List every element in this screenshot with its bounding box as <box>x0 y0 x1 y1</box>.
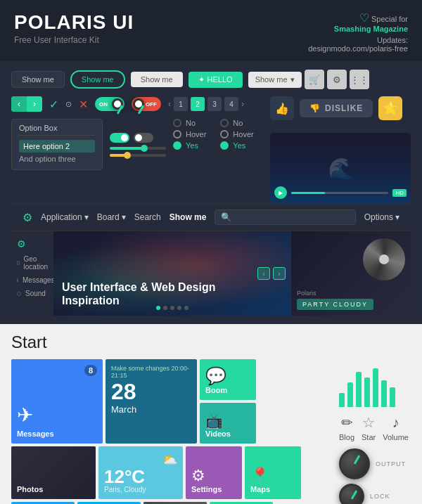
tile-videos[interactable]: 📺 Videos <box>200 403 256 444</box>
volume-label: Volume <box>383 433 409 441</box>
nav-showme[interactable]: Show me <box>170 212 207 222</box>
output-knob[interactable] <box>339 448 370 479</box>
slider-1-handle[interactable] <box>141 145 148 152</box>
toggle-on[interactable]: ON <box>95 97 124 111</box>
calendar-sub: Make some changes 20:00-21:15 <box>111 365 191 379</box>
star-button[interactable]: ⭐ <box>378 96 402 120</box>
tiles-container: 8 ✈ Messages Make some changes 20:00-21:… <box>11 359 328 504</box>
radio2-circle-yes[interactable] <box>220 141 229 150</box>
hero-prev-arrow[interactable]: ‹ <box>257 267 270 280</box>
search-icon: 🔍 <box>221 212 231 222</box>
updates-url: designmodo.com/polaris-free <box>308 44 408 53</box>
slider-1-track[interactable] <box>110 147 166 150</box>
next-arrow[interactable]: › <box>27 96 42 112</box>
radio-circle-yes[interactable] <box>173 141 181 150</box>
lock-knob[interactable] <box>339 484 364 504</box>
start-content: 8 ✈ Messages Make some changes 20:00-21:… <box>11 359 411 504</box>
tile-boom[interactable]: 💬 Boom <box>200 359 256 400</box>
hero-text: User Interface & Web Design Inspiration <box>62 280 215 307</box>
show-me-button-light[interactable]: Show me <box>131 72 183 87</box>
page-1[interactable]: 1 <box>174 97 188 111</box>
radio-yes-2: Yes <box>220 141 253 150</box>
radio-no-label: No <box>186 119 196 127</box>
hello-button[interactable]: ✦ HELLO <box>188 72 243 88</box>
boom-videos-col: 💬 Boom 📺 Videos <box>200 359 256 444</box>
photos-label: Photos <box>17 485 90 493</box>
tile-messages[interactable]: 8 ✈ Messages <box>11 359 103 444</box>
hero-next-arrow[interactable]: › <box>273 267 286 280</box>
radio2-no-label: No <box>233 119 243 127</box>
start-section: Start 8 ✈ Messages Make some changes 20:… <box>0 324 422 504</box>
pagination: ‹ 1 2 3 4 › <box>168 97 244 111</box>
page-2[interactable]: 2 <box>191 97 205 111</box>
tile-photos[interactable]: Photos <box>11 446 96 499</box>
tile-weather[interactable]: 12°C Paris, Cloudy ⛅ <box>98 446 183 499</box>
output-label: OUTPUT <box>376 460 406 467</box>
dislike-button[interactable]: 👎 DISLIKE <box>300 99 373 117</box>
tile-maps[interactable]: 📍 Maps <box>245 446 301 499</box>
volume-icon-panel[interactable]: ♪ Volume <box>383 415 409 441</box>
radio-circle-no[interactable] <box>173 119 181 127</box>
blog-icon-panel[interactable]: ✏ Blog <box>339 414 354 441</box>
show-me-select[interactable]: Show me ▾ <box>248 72 302 88</box>
grid-icon-button[interactable]: ⋮⋮ <box>350 70 369 89</box>
nav-search[interactable]: Search <box>134 212 161 222</box>
knob-section: OUTPUT LOCK REVERB <box>339 448 411 504</box>
star-icon-panel[interactable]: ☆ Star <box>362 414 376 441</box>
dislike-icon: 👎 <box>309 103 321 113</box>
page-3[interactable]: 3 <box>207 97 222 111</box>
slider-2-track[interactable] <box>110 154 166 157</box>
hero-main: User Interface & Web Design Inspiration … <box>53 231 291 316</box>
show-me-button-teal[interactable]: Show me <box>70 70 125 89</box>
nav-options[interactable]: Options ▾ <box>364 212 399 222</box>
app-title: POLARIS UI <box>14 11 134 34</box>
hero-gear-icon[interactable]: ⚙ <box>17 238 48 250</box>
nav-gear-icon[interactable]: ⚙ <box>23 211 32 224</box>
messages-item[interactable]: Messages <box>17 276 48 284</box>
small-toggle-1[interactable] <box>110 133 129 143</box>
button-row: Show me Show me Show me ✦ HELLO Show me … <box>11 70 411 89</box>
nav-bar: ⚙ Application ▾ Board ▾ Search Show me 🔍… <box>11 203 411 231</box>
dropdown-box[interactable]: Option Box Here option 2 And option thre… <box>11 119 103 170</box>
boom-icon: 💬 <box>205 366 250 386</box>
tile-calendar[interactable]: Make some changes 20:00-21:15 28 March <box>106 359 197 444</box>
tile-settings[interactable]: ⚙ Settings <box>186 446 242 499</box>
blog-label: Blog <box>339 433 354 441</box>
toggle-on-knob <box>112 98 123 110</box>
dropdown-item-2[interactable]: And option three <box>19 153 95 165</box>
eq-bar-7 <box>390 387 395 407</box>
geo-location-item[interactable]: Geo location <box>17 255 48 271</box>
maps-label: Maps <box>250 485 295 493</box>
radio2-circle-hover[interactable] <box>220 130 229 138</box>
radio-no-1: No <box>173 119 206 127</box>
small-toggle-2[interactable] <box>134 133 153 143</box>
maps-icon: 📍 <box>250 467 295 485</box>
prev-arrow[interactable]: ‹ <box>11 96 27 112</box>
eq-bar-1 <box>339 393 345 407</box>
cart-icon-button[interactable]: 🛒 <box>305 70 324 89</box>
page-next[interactable]: › <box>241 99 244 109</box>
sound-item[interactable]: Sound <box>17 290 48 297</box>
page-prev[interactable]: ‹ <box>168 99 171 109</box>
like-button[interactable]: 👍 <box>270 96 294 120</box>
messages-badge: 8 <box>84 365 97 376</box>
toggle-off[interactable]: OFF <box>132 97 161 111</box>
settings-icon-button[interactable]: ⚙ <box>327 70 347 89</box>
page-4[interactable]: 4 <box>224 97 238 111</box>
show-me-button-dark[interactable]: Show me <box>11 71 65 88</box>
radio2-circle-no[interactable] <box>220 119 229 127</box>
weather-cloud-icon: ⛅ <box>162 452 177 467</box>
play-button[interactable]: ▶ <box>274 186 287 199</box>
nav-arrows[interactable]: ‹ › <box>11 96 42 112</box>
nav-application[interactable]: Application ▾ <box>41 212 89 222</box>
updates-label: Updates: <box>377 36 408 44</box>
chevron-down-icon: ▾ <box>290 75 295 84</box>
nav-board[interactable]: Board ▾ <box>97 212 126 222</box>
radio-circle-hover[interactable] <box>173 130 181 138</box>
progress-bar[interactable] <box>291 192 388 194</box>
like-row: 👍 👎 DISLIKE ⭐ <box>270 96 411 120</box>
slider-2-handle[interactable] <box>124 152 131 159</box>
equalizer <box>339 365 411 407</box>
radio-hover-2: Hover <box>220 130 253 138</box>
dropdown-item-1[interactable]: Here option 2 <box>19 140 95 153</box>
